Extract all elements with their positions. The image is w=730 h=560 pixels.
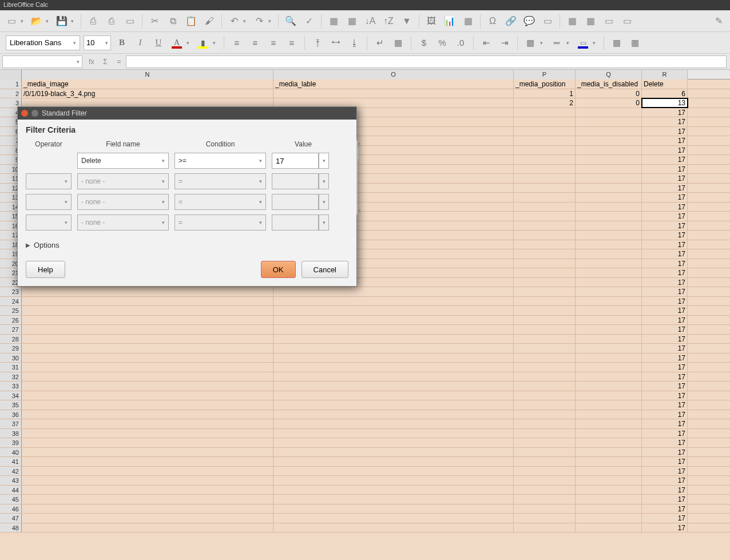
cell[interactable]: 17 [642, 372, 688, 382]
font-color-button[interactable]: A [169, 35, 184, 50]
row-header[interactable]: 36 [0, 410, 22, 419]
cell[interactable] [576, 372, 642, 382]
cell[interactable] [273, 325, 514, 334]
row-header[interactable]: 1 [0, 80, 22, 89]
bold-button[interactable]: B [114, 35, 129, 50]
cell[interactable] [514, 514, 576, 523]
cell[interactable] [576, 363, 642, 372]
cell[interactable] [514, 202, 576, 212]
cell[interactable]: 17 [642, 382, 688, 391]
cell[interactable]: 17 [642, 184, 688, 193]
cell[interactable]: 17 [642, 523, 688, 533]
styles-icon[interactable]: ▦ [628, 35, 642, 50]
cell[interactable] [576, 457, 642, 466]
cell[interactable] [514, 231, 576, 240]
cell[interactable] [273, 363, 514, 372]
undo-icon[interactable]: ↶ [226, 13, 242, 29]
redo-icon[interactable]: ↷ [251, 13, 267, 29]
select-all-corner[interactable] [0, 70, 22, 80]
autofilter-icon[interactable]: ▼ [399, 13, 415, 29]
font-size-combo[interactable]: 10▾ [84, 35, 111, 50]
cell[interactable] [22, 391, 273, 400]
row-header[interactable]: 40 [0, 448, 22, 457]
cell[interactable] [576, 429, 642, 438]
fx-wizard-icon[interactable]: fx [85, 55, 98, 68]
dropdown-icon[interactable]: ▾ [21, 18, 26, 24]
dropdown-icon[interactable]: ▾ [71, 18, 77, 24]
cell[interactable]: 17 [642, 127, 688, 136]
row-header[interactable]: 47 [0, 514, 22, 523]
cell[interactable] [514, 486, 576, 495]
print-preview-icon[interactable]: ▭ [122, 13, 138, 29]
cell[interactable]: 17 [642, 297, 688, 306]
cell[interactable]: _media_lable [273, 80, 514, 89]
dropdown-icon[interactable]: ▾ [566, 40, 572, 46]
cell[interactable] [22, 335, 273, 344]
cell[interactable] [576, 165, 642, 174]
scrollbar-thumb[interactable] [358, 148, 359, 159]
cell[interactable] [514, 344, 576, 353]
row-header[interactable]: 27 [0, 325, 22, 334]
cell[interactable] [514, 505, 576, 514]
cell[interactable] [22, 306, 273, 315]
cell[interactable] [576, 184, 642, 193]
cell[interactable] [576, 476, 642, 485]
operator-combo[interactable]: ▾ [26, 215, 72, 231]
cell[interactable] [22, 354, 273, 363]
cell[interactable] [273, 372, 514, 382]
cell[interactable] [273, 419, 514, 428]
cell[interactable]: 17 [642, 231, 688, 240]
cell[interactable] [576, 400, 642, 410]
cell[interactable]: 17 [642, 486, 688, 495]
row-header[interactable]: 24 [0, 297, 22, 306]
find-icon[interactable]: 🔍 [283, 13, 299, 29]
cell[interactable] [514, 335, 576, 344]
help-button[interactable]: Help [26, 261, 65, 278]
clone-format-icon[interactable]: 🖌 [201, 13, 217, 29]
cell[interactable]: 17 [642, 457, 688, 466]
cell[interactable] [273, 486, 514, 495]
row-header[interactable]: 30 [0, 354, 22, 363]
cell[interactable]: 17 [642, 278, 688, 287]
row-header[interactable]: 43 [0, 476, 22, 485]
cell[interactable] [576, 202, 642, 212]
window2-icon[interactable]: ▭ [619, 13, 635, 29]
dropdown-icon[interactable]: ▾ [268, 18, 274, 24]
ok-button[interactable]: OK [261, 261, 296, 278]
sort-desc-icon[interactable]: ↑Z [380, 13, 396, 29]
operator-combo[interactable]: ▾ [26, 194, 72, 210]
valign-top-icon[interactable]: ⭱ [310, 35, 325, 50]
row-header[interactable]: 31 [0, 363, 22, 372]
cell[interactable]: 17 [642, 410, 688, 419]
open-icon[interactable]: 📂 [29, 13, 45, 29]
cell[interactable] [22, 514, 273, 523]
save-icon[interactable]: 💾 [54, 13, 70, 29]
options-expander[interactable]: ▶ Options [26, 241, 348, 249]
cell[interactable] [576, 287, 642, 296]
cancel-button[interactable]: Cancel [301, 261, 348, 278]
cell[interactable] [576, 108, 642, 117]
cell[interactable] [273, 514, 514, 523]
cell[interactable]: 17 [642, 165, 688, 174]
cell[interactable]: 17 [642, 363, 688, 372]
cell[interactable]: 17 [642, 344, 688, 353]
cell[interactable] [273, 476, 514, 485]
border-style-icon[interactable]: ═ [549, 35, 564, 50]
cell[interactable] [22, 325, 273, 334]
row-header[interactable]: 2 [0, 89, 22, 98]
cell[interactable] [273, 287, 514, 296]
cell[interactable] [514, 382, 576, 391]
cell[interactable]: _media_image [22, 80, 273, 89]
cell[interactable]: 17 [642, 193, 688, 202]
cell[interactable] [22, 344, 273, 353]
row-header[interactable]: 46 [0, 505, 22, 514]
column-header[interactable]: Q [576, 70, 642, 80]
special-char-icon[interactable]: Ω [485, 13, 501, 29]
cell[interactable] [514, 221, 576, 231]
col-icon[interactable]: ▦ [344, 13, 360, 29]
row-header[interactable]: 34 [0, 391, 22, 400]
cell[interactable] [273, 400, 514, 410]
spellcheck-icon[interactable]: ✓ [301, 13, 317, 29]
window-icon[interactable]: ▭ [601, 13, 617, 29]
row-header[interactable]: 33 [0, 382, 22, 391]
